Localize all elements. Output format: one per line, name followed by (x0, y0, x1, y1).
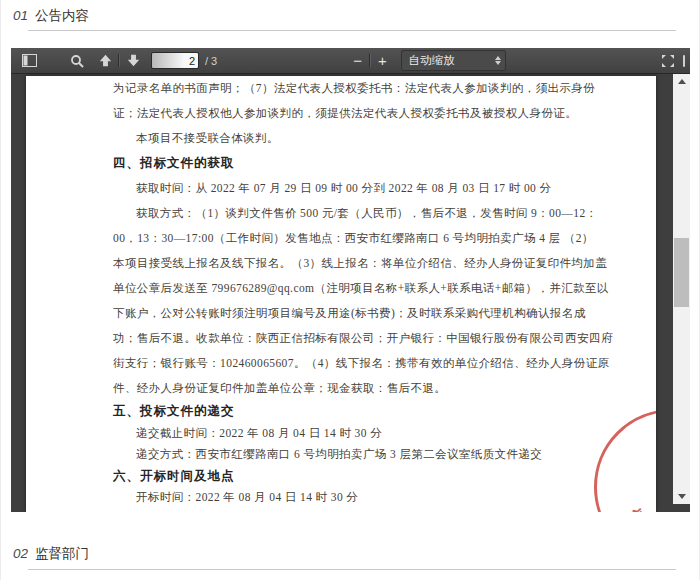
document-line: 递交方式：西安市红缨路南口 6 号均明拍卖广场 3 层第二会议室纸质文件递交 (113, 444, 617, 466)
company-seal: ★ 信 招 标 有 限 (581, 406, 656, 512)
fullscreen-icon (661, 54, 675, 68)
document-line: 获取方式：（1）谈判文件售价 500 元/套（人民币），售后不退，发售时间 9：… (113, 201, 617, 226)
document-line: 递交截止时间：2022 年 08 月 04 日 14 时 30 分 (113, 423, 617, 445)
scrollbar-thumb[interactable] (674, 238, 689, 307)
page-frame: 01公告内容 (0, 0, 700, 580)
toolbar-separator (118, 54, 120, 67)
document-line: 为记录名单的书面声明；（7）法定代表人授权委托书：法定代表人参加谈判的，须出示身… (113, 76, 617, 101)
page-down-button[interactable] (121, 50, 145, 71)
section-label: 监督部门 (35, 546, 89, 561)
zoom-select-value: 自动缩放 (409, 53, 455, 68)
pdf-viewer: / 3 − + 自动缩放 (11, 48, 690, 512)
section-divider (28, 30, 676, 31)
document-line: 下账户，公对公转账时须注明项目编号及用途(标书费)；及时联系采购代理机构确认报名… (113, 301, 617, 326)
page-up-button[interactable] (93, 50, 117, 71)
document-line: 本项目不接受联合体谈判。 (113, 126, 617, 151)
pdf-toolbar: / 3 − + 自动缩放 (11, 48, 690, 74)
page-down-icon (127, 54, 140, 67)
search-icon (70, 54, 84, 68)
section-divider (28, 569, 676, 570)
document-line: 四、招标文件的获取 (113, 151, 617, 176)
fullscreen-button[interactable] (656, 50, 680, 71)
document-line: 本项目接受线上报名及线下报名。（3）线上报名：将单位介绍信、经办人身份证复印件均… (113, 251, 617, 276)
scroll-up-button[interactable] (673, 74, 690, 89)
scroll-down-button[interactable] (673, 489, 690, 504)
pdf-page: 为记录名单的书面声明；（7）法定代表人授权委托书：法定代表人参加谈判的，须出示身… (26, 76, 656, 512)
search-button[interactable] (65, 50, 89, 71)
zoom-in-button[interactable]: + (372, 53, 393, 68)
document-line: 获取时间：从 2022 年 07 月 29 日 09 时 00 分到 2022 … (113, 176, 617, 201)
scroll-down-icon (678, 494, 686, 499)
sidebar-toggle-button[interactable] (17, 50, 41, 71)
document-line: 单位公章后发送至 799676289@qq.com（注明项目名称+联系人+联系电… (113, 276, 617, 301)
section-title-announcement: 01公告内容 (13, 7, 89, 25)
document-line: 开标时间：2022 年 08 月 04 日 14 时 30 分 (113, 487, 617, 509)
chevron-up-down-icon (469, 56, 501, 65)
document-line: 00，13：30—17:00（工作时间）发售地点：西安市红缨路南口 6 号均明拍… (113, 226, 617, 251)
toolbar-separator (369, 54, 371, 67)
zoom-out-button[interactable]: − (347, 53, 368, 68)
toolbar-end-separator (683, 55, 685, 67)
sidebar-toggle-icon (22, 54, 37, 67)
page-up-icon (99, 54, 112, 67)
document-line: 街支行；银行账号：102460065607。（4）线下报名：携带有效的单位介绍信… (113, 351, 617, 376)
section-title-supervisor: 02监督部门 (13, 545, 89, 563)
section-number: 02 (13, 546, 28, 561)
document-line: 功；售后不退。收款单位：陕西正信招标有限公司；开户银行：中国银行股份有限公司西安… (113, 326, 617, 351)
section-label: 公告内容 (35, 8, 89, 23)
pdf-content-area: 为记录名单的书面声明；（7）法定代表人授权委托书：法定代表人参加谈判的，须出示身… (11, 74, 690, 512)
document-line: 证；法定代表人授权他人参加谈判的，须提供法定代表人授权委托书及被授权人身份证。 (113, 101, 617, 126)
section-number: 01 (13, 8, 28, 23)
seal-ring (594, 409, 656, 512)
page-total-label: / 3 (205, 55, 217, 67)
page-number-input[interactable] (151, 52, 199, 69)
document-line: 五、投标文件的递交 (113, 401, 617, 423)
document-line: 件、经办人身份证复印件加盖单位公章；现金获取：售后不退。 (113, 376, 617, 401)
document-line: 六、开标时间及地点 (113, 466, 617, 488)
vertical-scrollbar[interactable] (673, 74, 690, 504)
document-text: 为记录名单的书面声明；（7）法定代表人授权委托书：法定代表人参加谈判的，须出示身… (113, 76, 617, 509)
scroll-up-icon (678, 79, 686, 84)
zoom-select[interactable]: 自动缩放 (401, 50, 506, 71)
